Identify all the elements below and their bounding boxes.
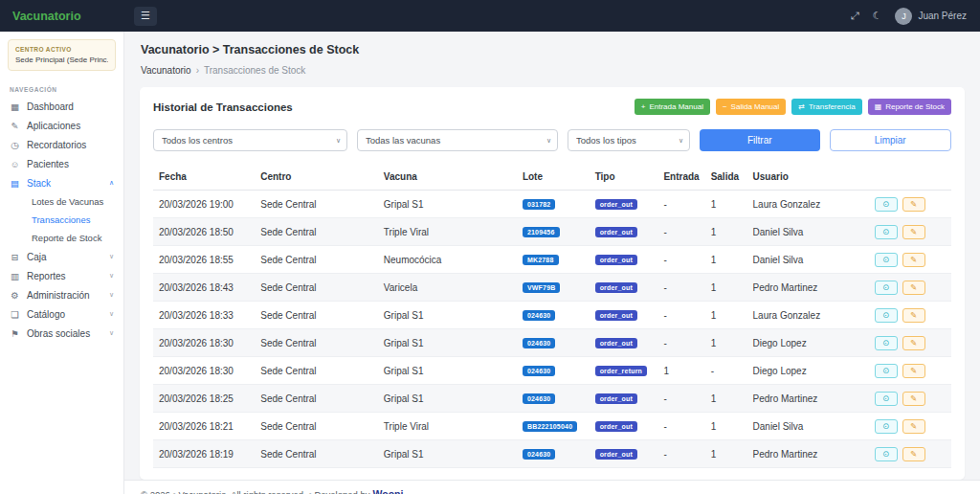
vacuna-cell: Gripal S1: [378, 440, 517, 468]
chevron-down-icon: ∨: [109, 291, 114, 299]
fecha-cell: 20/03/2026 18:50: [153, 218, 255, 246]
transferencia-icon: ⇄: [798, 102, 805, 111]
view-transaction-button[interactable]: ⊙: [875, 419, 898, 434]
tipo-cell: order_out: [590, 385, 658, 413]
fecha-cell: 20/03/2026 18:30: [153, 357, 255, 385]
fecha-cell: 20/03/2026 18:33: [153, 302, 255, 329]
sidebar-item-aplicaciones[interactable]: ✎ Aplicaciones: [0, 116, 123, 135]
sidebar-item-transacciones[interactable]: Transacciones: [0, 211, 123, 229]
sidebar-item-stack[interactable]: ▤ Stack ∧: [0, 173, 123, 192]
centro-cell: Sede Central: [255, 246, 378, 274]
table-row: 20/03/2026 18:50Sede CentralTriple Viral…: [153, 218, 951, 246]
edit-transaction-button[interactable]: ✎: [902, 253, 925, 267]
centro-cell: Sede Central: [255, 440, 378, 468]
salida-manual-button[interactable]: −Salida Manual: [716, 99, 786, 115]
col-header-salida: Salida: [705, 164, 747, 191]
edit-transaction-button[interactable]: ✎: [902, 197, 925, 212]
table-row: 20/03/2026 18:33Sede CentralGripal S1024…: [153, 302, 951, 329]
lote-cell: 024630: [517, 329, 590, 357]
usuario-cell: Daniel Silva: [747, 246, 869, 274]
view-transaction-button[interactable]: ⊙: [875, 225, 898, 239]
sidebar-item-pacientes[interactable]: ☺ Pacientes: [0, 154, 123, 173]
chart-icon: ▥: [10, 271, 20, 281]
sidebar-toggle-button[interactable]: ☰: [134, 7, 157, 26]
tipo-badge: order_out: [595, 421, 637, 432]
table-row: 20/03/2026 18:30Sede CentralGripal S1024…: [153, 357, 951, 385]
vacunas-select[interactable]: Todas las vacunas: [357, 129, 558, 151]
fecha-cell: 20/03/2026 18:19: [153, 440, 255, 468]
entrada-cell: 1: [657, 357, 704, 385]
usuario-cell: Pedro Martinez: [747, 440, 869, 468]
usuario-cell: Pedro Martinez: [747, 274, 869, 302]
fullscreen-icon[interactable]: ⤢: [851, 10, 859, 22]
edit-transaction-button[interactable]: ✎: [902, 447, 925, 461]
edit-icon: ✎: [910, 200, 917, 209]
vacuna-cell: Triple Viral: [378, 218, 517, 246]
centro-cell: Sede Central: [255, 218, 378, 246]
usuario-cell: Laura Gonzalez: [747, 302, 869, 329]
brand-logo[interactable]: Vacunatorio: [0, 10, 124, 23]
limpiar-button[interactable]: Limpiar: [830, 129, 952, 151]
sidebar-item-lotes-de-vacunas[interactable]: Lotes de Vacunas: [0, 192, 123, 211]
view-transaction-button[interactable]: ⊙: [875, 447, 898, 461]
col-header-actions: [869, 164, 951, 191]
stack-box-icon: ▤: [10, 178, 20, 189]
edit-transaction-button[interactable]: ✎: [902, 308, 925, 323]
col-header-lote: Lote: [517, 164, 590, 191]
view-transaction-button[interactable]: ⊙: [875, 281, 898, 295]
edit-transaction-button[interactable]: ✎: [902, 364, 925, 378]
transferencia-button[interactable]: ⇄Transferencia: [791, 99, 861, 115]
tipo-cell: order_out: [590, 329, 658, 357]
view-transaction-button[interactable]: ⊙: [875, 336, 898, 350]
edit-transaction-button[interactable]: ✎: [902, 392, 925, 406]
lote-badge: 031782: [523, 199, 556, 210]
edit-transaction-button[interactable]: ✎: [902, 225, 925, 239]
page-head: Vacunatorio > Transacciones de Stock Vac…: [124, 32, 980, 81]
salida-cell: 1: [705, 191, 747, 218]
woopi-logo[interactable]: Woopi: [373, 488, 404, 494]
view-transaction-button[interactable]: ⊙: [875, 308, 898, 323]
view-transaction-button[interactable]: ⊙: [875, 392, 898, 406]
topbar: Vacunatorio ☰ ⤢ ☾ J Juan Pérez: [0, 0, 980, 32]
usuario-cell: Pedro Martinez: [747, 385, 869, 413]
vacuna-cell: Varicela: [378, 274, 517, 302]
sidebar-item-caja[interactable]: ⊟ Caja ∨: [0, 247, 123, 266]
sidebar-item-reporte-de-stock[interactable]: Reporte de Stock: [0, 229, 123, 247]
edit-transaction-button[interactable]: ✎: [902, 336, 925, 350]
view-transaction-button[interactable]: ⊙: [875, 364, 898, 378]
topbar-right: ⤢ ☾ J Juan Pérez: [851, 8, 980, 25]
user-menu[interactable]: J Juan Pérez: [895, 8, 967, 25]
entrada-manual-button[interactable]: +Entrada Manual: [635, 99, 710, 115]
lote-cell: VWF79B: [517, 274, 590, 302]
tipos-select[interactable]: Todos los tipos: [568, 129, 690, 151]
view-transaction-button[interactable]: ⊙: [875, 253, 898, 267]
chevron-down-icon: ∨: [109, 253, 114, 260]
reporte-de-stock-icon: ▦: [875, 102, 882, 111]
eye-icon: ⊙: [882, 200, 889, 209]
reporte-de-stock-button[interactable]: ▦Reporte de Stock: [868, 99, 951, 115]
centros-select[interactable]: Todos los centros: [153, 129, 347, 151]
sidebar-item-reportes[interactable]: ▥ Reportes ∨: [0, 266, 123, 285]
view-transaction-button[interactable]: ⊙: [875, 197, 898, 212]
col-header-usuario: Usuario: [747, 164, 869, 191]
sidebar-item-dashboard[interactable]: ▦ Dashboard: [0, 97, 123, 116]
breadcrumb-root[interactable]: Vacunatorio: [141, 65, 191, 76]
tipo-badge: order_out: [595, 310, 637, 321]
sidebar-item-obras-sociales[interactable]: ⚑ Obras sociales ∨: [0, 324, 123, 343]
edit-transaction-button[interactable]: ✎: [902, 419, 925, 434]
table-row: 20/03/2026 18:21Sede CentralTriple Viral…: [153, 413, 951, 440]
usuario-cell: Laura Gonzalez: [747, 191, 869, 218]
tipo-cell: order_out: [590, 413, 658, 440]
salida-cell: 1: [705, 274, 747, 302]
dark-mode-moon-icon[interactable]: ☾: [873, 10, 882, 22]
tipo-badge: order_return: [595, 366, 647, 376]
sidebar-item-catalogo[interactable]: ❏ Catálogo ∨: [0, 304, 123, 324]
entrada-cell: -: [657, 329, 704, 357]
sidebar-item-administracion[interactable]: ⚙ Administración ∨: [0, 285, 123, 304]
filtrar-button[interactable]: Filtrar: [700, 129, 820, 151]
lote-cell: 024630: [517, 440, 590, 468]
sidebar-item-recordatorios[interactable]: ◷ Recordatorios: [0, 135, 123, 154]
edit-icon: ✎: [910, 394, 917, 403]
edit-transaction-button[interactable]: ✎: [902, 281, 925, 295]
lote-cell: 2109456: [517, 218, 590, 246]
